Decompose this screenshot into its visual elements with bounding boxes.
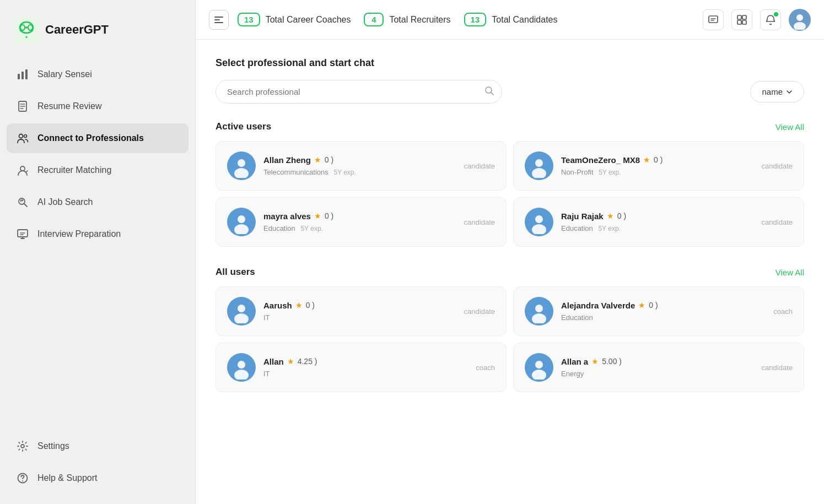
candidates-count: 13 (464, 13, 487, 26)
user-name-0: Allan Zheng (263, 155, 311, 165)
user-name-2: mayra alves (263, 212, 311, 221)
sidebar-item-label: AI Job Search (37, 197, 93, 207)
svg-point-45 (535, 305, 543, 312)
sidebar-item-resume-review[interactable]: Resume Review (7, 91, 189, 121)
recruiter-icon (15, 163, 30, 177)
svg-point-4 (25, 26, 28, 29)
logo-icon (13, 17, 40, 43)
page-title: Select professional and start chat (216, 57, 804, 69)
star-icon-1: ★ (643, 155, 650, 164)
svg-point-16 (22, 480, 23, 481)
sidebar-item-connect-professionals[interactable]: Connect to Professionals (7, 123, 189, 153)
all-user-info-3: Allan a ★ 5.00 ) Energy (561, 357, 754, 378)
svg-rect-24 (742, 20, 746, 24)
sort-dropdown[interactable]: name (750, 81, 804, 102)
search-icon[interactable] (484, 86, 494, 98)
sidebar-item-salary-sensei[interactable]: Salary Sensei (7, 59, 189, 89)
user-industry-0: Telecommunications 5Y exp. (263, 168, 356, 176)
svg-point-33 (535, 159, 543, 167)
sidebar-item-recruiter-matching[interactable]: Recruiter Matching (7, 155, 189, 185)
rating-2: 0 ) (325, 212, 333, 220)
sidebar-item-interview-prep[interactable]: Interview Preparation (7, 219, 189, 249)
notifications-button[interactable] (760, 9, 781, 30)
all-user-type-1: coach (773, 307, 793, 316)
interview-icon (15, 227, 30, 241)
svg-rect-17 (214, 17, 223, 18)
sidebar-item-help[interactable]: Help & Support (7, 463, 189, 493)
recruiters-count: 4 (364, 13, 384, 26)
svg-rect-5 (18, 74, 20, 79)
candidates-label: Total Candidates (492, 15, 557, 25)
search-row: name (216, 80, 804, 104)
svg-rect-0 (13, 17, 40, 43)
user-info-1: TeamOneZero_ MX8 ★ 0 ) Non-Profit 5Y exp… (561, 155, 754, 177)
sidebar-item-label: Resume Review (37, 101, 101, 111)
svg-point-48 (238, 361, 245, 368)
user-type-0: candidate (464, 162, 495, 170)
all-user-card-0[interactable]: Aarush ★ 0 ) IT candidate (216, 286, 507, 336)
all-user-industry-3: Energy (561, 370, 584, 378)
user-avatar[interactable] (789, 9, 811, 31)
svg-rect-22 (742, 15, 746, 19)
user-name-3: Raju Rajak (561, 212, 604, 221)
sidebar-item-settings[interactable]: Settings (7, 431, 189, 461)
all-users-view-all[interactable]: View All (775, 268, 804, 277)
topbar: 13 Total Career Coaches 4 Total Recruite… (196, 0, 824, 40)
active-user-card-3[interactable]: Raju Rajak ★ 0 ) Education 5Y exp. candi… (513, 197, 804, 247)
document-icon (15, 99, 30, 113)
stat-recruiters: 4 Total Recruiters (364, 13, 450, 26)
user-info-2: mayra alves ★ 0 ) Education 5Y exp. (263, 212, 456, 233)
notification-dot (774, 12, 778, 17)
all-user-card-1[interactable]: Alejandra Valverde ★ 0 ) Education coach (513, 286, 804, 336)
sidebar-toggle-button[interactable] (209, 10, 229, 30)
svg-rect-18 (214, 19, 220, 20)
all-user-name-2: Allan (263, 357, 284, 366)
active-user-card-2[interactable]: mayra alves ★ 0 ) Education 5Y exp. cand… (216, 197, 507, 247)
star-icon-2: ★ (314, 212, 321, 220)
active-user-card-0[interactable]: Allan Zheng ★ 0 ) Telecommunications 5Y … (216, 141, 507, 191)
all-user-industry-2: IT (263, 370, 270, 378)
sidebar-item-label: Settings (37, 441, 69, 451)
svg-point-11 (20, 166, 25, 171)
help-icon (15, 471, 30, 485)
sidebar-item-label: Interview Preparation (37, 229, 121, 239)
user-avatar-1 (525, 151, 553, 180)
user-type-3: candidate (762, 218, 793, 226)
rating-3: 0 ) (617, 212, 626, 220)
svg-rect-7 (25, 69, 28, 79)
rating-0: 0 ) (325, 155, 333, 164)
gear-icon (15, 439, 30, 453)
svg-point-10 (24, 135, 27, 138)
people-icon (15, 131, 30, 145)
all-user-avatar-0 (227, 297, 256, 326)
user-avatar-3 (525, 208, 553, 236)
svg-point-39 (535, 215, 543, 223)
all-user-info-0: Aarush ★ 0 ) IT (263, 301, 456, 322)
sidebar-item-label: Help & Support (37, 473, 98, 483)
messages-button[interactable] (703, 9, 724, 30)
stat-candidates: 13 Total Candidates (464, 13, 558, 26)
career-coaches-count: 13 (238, 13, 260, 26)
active-users-view-all[interactable]: View All (775, 122, 804, 132)
user-name-1: TeamOneZero_ MX8 (561, 155, 640, 165)
all-user-industry-1: Education (561, 313, 593, 322)
active-users-grid: Allan Zheng ★ 0 ) Telecommunications 5Y … (216, 141, 804, 247)
svg-point-26 (796, 14, 803, 21)
all-user-name-0: Aarush (263, 301, 292, 310)
active-users-header: Active users View All (216, 121, 804, 132)
all-star-icon-0: ★ (295, 301, 303, 310)
all-user-type-2: coach (476, 364, 495, 372)
all-user-type-3: candidate (762, 364, 793, 372)
sidebar-bottom: Settings Help & Support (0, 431, 195, 493)
chevron-down-icon (786, 89, 793, 95)
all-rating-1: 0 ) (649, 301, 658, 310)
grid-button[interactable] (731, 9, 752, 30)
all-user-card-3[interactable]: Allan a ★ 5.00 ) Energy candidate (513, 343, 804, 392)
search-input[interactable] (216, 80, 502, 104)
svg-rect-20 (709, 16, 718, 23)
svg-point-36 (238, 215, 245, 223)
active-user-card-1[interactable]: TeamOneZero_ MX8 ★ 0 ) Non-Profit 5Y exp… (513, 141, 804, 191)
sidebar-item-ai-job-search[interactable]: AI Job Search (7, 187, 189, 217)
all-user-card-2[interactable]: Allan ★ 4.25 ) IT coach (216, 343, 507, 392)
sort-label: name (762, 87, 783, 96)
